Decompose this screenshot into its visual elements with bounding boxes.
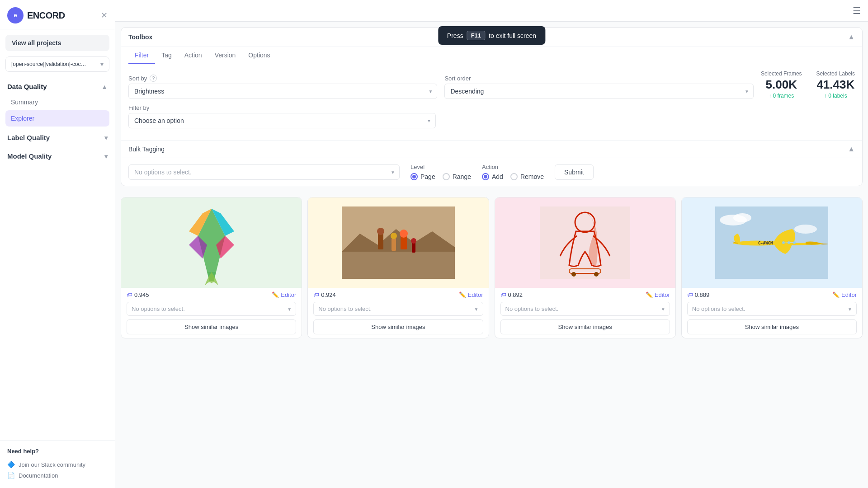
action-add-radio[interactable]: Add [482,173,503,180]
score-row-4: 🏷 0.889 ✏️ Editor [687,291,857,298]
sort-filter-row: Sort by ? Brightness Sort order [128,70,855,99]
sort-order-select[interactable]: Descending [444,84,753,99]
image-tag-select-2[interactable]: No options to select. [313,302,483,316]
sort-order-select-wrapper: Descending [444,84,753,99]
image-frame-2 [308,197,488,288]
sort-by-select[interactable]: Brightness [128,84,437,99]
sidebar-item-explorer[interactable]: Explorer [5,110,109,127]
tab-version[interactable]: Version [208,47,242,64]
show-similar-button-3[interactable]: Show similar images [500,319,670,334]
svg-point-29 [793,241,796,244]
svg-rect-9 [342,252,455,279]
image-card-2: 🏷 0.924 ✏️ Editor No options to select. … [307,197,489,338]
score-badge-2: 🏷 0.924 [313,291,336,298]
toolbox-collapse-icon[interactable]: ▲ [848,33,855,41]
svg-point-18 [400,230,408,238]
image-card-3: 🏷 0.892 ✏️ Editor No options to select. … [495,197,676,338]
model-quality-header[interactable]: Model Quality ▾ [5,149,109,164]
score-row-2: 🏷 0.924 ✏️ Editor [313,291,483,298]
submit-button[interactable]: Submit [555,164,594,180]
action-group: Action Add Remove [482,164,544,180]
logo-text: ENCORD [27,10,65,21]
level-range-radio[interactable]: Range [443,173,471,180]
show-similar-button-1[interactable]: Show similar images [127,319,296,334]
svg-point-14 [391,233,397,239]
filter-by-label: Filter by [128,104,445,111]
selected-frames-delta: ↑ 0 frames [761,93,802,99]
project-selector[interactable]: [open-source][validation]-coco-201 ▾ [5,56,109,72]
level-radio-row: Page Range [410,173,471,180]
svg-point-30 [788,241,790,244]
tab-filter[interactable]: Filter [128,47,155,64]
image-tag-select-1[interactable]: No options to select. [127,302,296,316]
score-value-4: 0.889 [695,291,710,298]
sort-order-group: Sort order Descending [444,75,753,99]
image-tag-select-4[interactable]: No options to select. [687,302,857,316]
person-svg [540,206,630,279]
level-page-radio[interactable]: Page [410,173,435,180]
fullscreen-text-after: to exit full screen [489,32,536,39]
label-quality-header[interactable]: Label Quality ▾ [5,130,109,145]
tab-options[interactable]: Options [242,47,276,64]
image-frame-1 [121,197,302,288]
image-select-wrapper-1: No options to select. [127,302,296,316]
selected-labels-value: 41.43K [816,78,855,92]
action-remove-radio-dot [510,173,518,180]
editor-link-2[interactable]: ✏️ Editor [459,291,483,298]
logo-icon: e [7,7,24,23]
logo-container: e ENCORD [7,7,65,23]
sidebar-item-summary[interactable]: Summary [5,94,109,110]
bird-svg [175,200,248,286]
tab-tag[interactable]: Tag [155,47,178,64]
editor-link-4[interactable]: ✏️ Editor [832,291,857,298]
slack-link[interactable]: 🔷 Join our Slack community [7,459,108,470]
sort-by-label: Sort by ? [128,75,437,82]
sort-order-label: Sort order [444,75,753,82]
image-frame-3 [495,197,675,288]
bulk-tagging-section: Bulk Tagging ▲ No options to select. Lev… [121,140,862,186]
data-quality-header[interactable]: Data Quality ▲ [5,79,109,94]
top-bar: ☰ [115,0,868,22]
show-similar-button-2[interactable]: Show similar images [313,319,483,334]
bulk-tagging-collapse-icon[interactable]: ▲ [848,145,855,153]
fullscreen-text-before: Press [447,32,463,39]
docs-label: Documentation [19,472,58,479]
show-similar-button-4[interactable]: Show similar images [687,319,857,334]
hamburger-menu-icon[interactable]: ☰ [853,5,861,16]
action-remove-radio[interactable]: Remove [510,173,544,180]
docs-link[interactable]: 📄 Documentation [7,470,108,481]
svg-point-26 [733,213,751,222]
image-tag-select-3[interactable]: No options to select. [500,302,670,316]
svg-text:G-AWGN: G-AWGN [758,241,773,245]
editor-link-1[interactable]: ✏️ Editor [272,291,296,298]
close-icon[interactable]: ✕ [101,10,108,20]
score-badge-3: 🏷 0.892 [500,291,523,298]
score-badge-4: 🏷 0.889 [687,291,710,298]
bulk-tag-select-wrapper: No options to select. [128,164,400,180]
project-name: [open-source][validation]-coco-201 [11,61,88,67]
model-quality-label: Model Quality [7,152,52,160]
level-group: Level Page Range [410,164,471,180]
bulk-tag-select[interactable]: No options to select. [128,164,400,180]
selected-frames-label: Selected Frames [761,70,802,77]
chevron-down-icon: ▾ [100,61,104,68]
bulk-tagging-title: Bulk Tagging [128,145,165,153]
editor-pencil-icon-1: ✏️ [272,291,279,298]
filter-by-select[interactable]: Choose an option [128,113,436,128]
score-value-2: 0.924 [321,291,336,298]
editor-link-3[interactable]: ✏️ Editor [646,291,670,298]
fullscreen-key-badge: F11 [467,31,485,40]
sort-help-icon[interactable]: ? [150,75,157,82]
image-card-4: G-AWGN 🏷 0.889 ✏️ Editor [681,197,863,338]
image-footer-2: 🏷 0.924 ✏️ Editor No options to select. … [308,288,488,338]
tag-icon-1: 🏷 [127,291,132,298]
view-all-projects-button[interactable]: View all projects [5,35,109,51]
image-card-1: 🏷 0.945 ✏️ Editor No options to select. … [121,197,302,338]
fullscreen-banner: Press F11 to exit full screen [438,26,545,45]
model-quality-section: Model Quality ▾ [0,149,115,164]
filter-by-row: Filter by Choose an option [128,104,855,128]
tab-action[interactable]: Action [178,47,208,64]
label-quality-section: Label Quality ▾ [0,130,115,145]
selected-labels-delta: ↑ 0 labels [816,93,855,99]
main-content: ☰ Press F11 to exit full screen Toolbox … [115,0,868,488]
